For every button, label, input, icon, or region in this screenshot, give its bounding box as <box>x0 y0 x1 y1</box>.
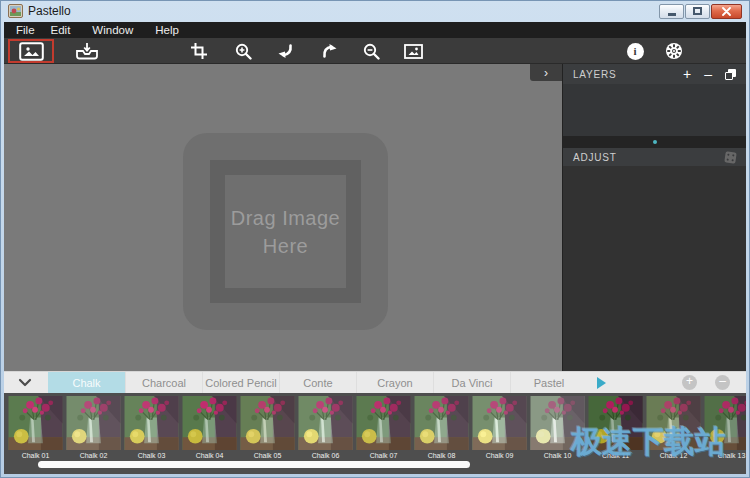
undo-icon <box>277 43 294 59</box>
save-export-button[interactable] <box>74 38 100 64</box>
tab-charcoal[interactable]: Charcoal <box>125 372 202 394</box>
filter-thumbnail[interactable]: Chalk 09 <box>472 396 527 461</box>
adjust-panel-content <box>563 166 746 371</box>
thumbnail-image <box>66 396 121 450</box>
tab-chalk[interactable]: Chalk <box>48 372 125 394</box>
tab-conte[interactable]: Conte <box>279 372 356 394</box>
zoom-in-button[interactable] <box>233 38 253 64</box>
panel-collapse-button[interactable]: › <box>530 64 562 81</box>
adjust-title: ADJUST <box>573 152 617 163</box>
thumbnail-image <box>240 396 295 450</box>
thumbnail-image <box>298 396 353 450</box>
thumbnail-label: Chalk 03 <box>124 450 179 461</box>
drop-zone-label: Drag Image Here <box>226 204 346 260</box>
menu-edit[interactable]: Edit <box>49 24 73 36</box>
canvas-area: › Drag Image Here <box>4 64 562 371</box>
chevron-down-icon <box>18 378 32 387</box>
filter-thumbnail[interactable]: Chalk 07 <box>356 396 411 461</box>
chevron-right-icon: › <box>544 66 548 80</box>
title-bar: Pastello <box>0 0 750 22</box>
thumbnail-image <box>124 396 179 450</box>
right-panel: LAYERS + – ADJUST <box>562 64 746 371</box>
thumbnail-label: Chalk 01 <box>8 450 63 461</box>
filter-thumbnail[interactable]: Chalk 03 <box>124 396 179 461</box>
undo-button[interactable] <box>275 38 295 64</box>
zoom-out-button[interactable] <box>361 38 381 64</box>
remove-layer-button[interactable]: – <box>704 67 712 81</box>
thumbnail-label: Chalk 02 <box>66 450 121 461</box>
app-window: Pastello File Edit Window Help <box>0 0 750 478</box>
drop-zone-ring: Drag Image Here <box>210 160 361 303</box>
thumbnail-label: Chalk 04 <box>182 450 237 461</box>
image-drop-zone[interactable]: Drag Image Here <box>183 133 388 330</box>
menu-bar: File Edit Window Help <box>4 22 746 38</box>
filter-thumbnail[interactable]: Chalk 04 <box>182 396 237 461</box>
info-icon: i <box>627 43 644 60</box>
save-export-icon <box>75 42 99 60</box>
compare-preview-icon <box>404 44 423 59</box>
divider-handle-dot <box>653 140 657 144</box>
tab-crayon[interactable]: Crayon <box>356 372 433 394</box>
tab-da-vinci[interactable]: Da Vinci <box>433 372 510 394</box>
play-preview-icon[interactable] <box>597 377 606 389</box>
redo-icon <box>321 43 338 59</box>
compare-preview-button[interactable] <box>402 38 424 64</box>
menu-help[interactable]: Help <box>153 24 181 36</box>
app-logo-icon <box>8 4 23 18</box>
thumbnail-label: Chalk 05 <box>240 450 295 461</box>
filmstrip-scrollbar[interactable] <box>38 461 470 468</box>
thumbnail-image <box>182 396 237 450</box>
zoom-in-icon <box>235 43 252 60</box>
adjust-header: ADJUST <box>563 148 746 166</box>
remove-preset-button[interactable]: – <box>715 375 730 390</box>
filter-thumbnail[interactable]: Chalk 01 <box>8 396 63 461</box>
menu-window[interactable]: Window <box>90 24 135 36</box>
thumbnail-image <box>414 396 469 450</box>
info-button[interactable]: i <box>624 38 646 64</box>
add-layer-button[interactable]: + <box>683 67 691 81</box>
close-icon <box>722 7 731 16</box>
crop-icon <box>191 43 207 59</box>
filter-thumbnail[interactable]: Chalk 02 <box>66 396 121 461</box>
maximize-icon <box>693 7 702 15</box>
crop-button[interactable] <box>189 38 209 64</box>
tab-pastel[interactable]: Pastel <box>510 372 587 394</box>
tab-colored-pencil[interactable]: Colored Pencil <box>202 372 279 394</box>
filter-tab-bar: Chalk Charcoal Colored Pencil Conte Cray… <box>4 371 746 393</box>
thumbnail-label: Chalk 06 <box>298 450 353 461</box>
thumbnail-image <box>8 396 63 450</box>
thumbnail-image <box>356 396 411 450</box>
maximize-button[interactable] <box>685 4 710 19</box>
duplicate-layer-button[interactable] <box>725 69 736 80</box>
toolbar: i <box>4 38 746 64</box>
panel-divider[interactable] <box>563 136 746 148</box>
minimize-icon <box>668 13 676 16</box>
minimize-button[interactable] <box>659 4 684 19</box>
filmstrip-collapse-button[interactable] <box>14 378 36 387</box>
window-title: Pastello <box>28 4 71 18</box>
thumbnail-label: Chalk 08 <box>414 450 469 461</box>
close-button[interactable] <box>711 4 742 19</box>
settings-button[interactable] <box>663 38 685 64</box>
zoom-out-icon <box>363 43 380 60</box>
layers-header: LAYERS + – <box>563 64 746 84</box>
thumbnail-label: Chalk 07 <box>356 450 411 461</box>
random-dice-icon[interactable] <box>724 151 736 163</box>
add-preset-button[interactable]: + <box>682 375 697 390</box>
filter-thumbnail[interactable]: Chalk 06 <box>298 396 353 461</box>
filter-thumbnail[interactable]: Chalk 08 <box>414 396 469 461</box>
redo-button[interactable] <box>319 38 339 64</box>
thumbnail-image <box>472 396 527 450</box>
import-image-icon <box>19 42 44 61</box>
site-watermark: 极速下载站 <box>571 421 726 463</box>
layers-list[interactable] <box>563 84 746 136</box>
menu-file[interactable]: File <box>14 24 37 36</box>
import-image-button[interactable] <box>18 38 45 64</box>
thumbnail-label: Chalk 09 <box>472 450 527 461</box>
layers-title: LAYERS <box>573 69 617 80</box>
gear-icon <box>665 42 683 60</box>
filter-thumbnail[interactable]: Chalk 05 <box>240 396 295 461</box>
